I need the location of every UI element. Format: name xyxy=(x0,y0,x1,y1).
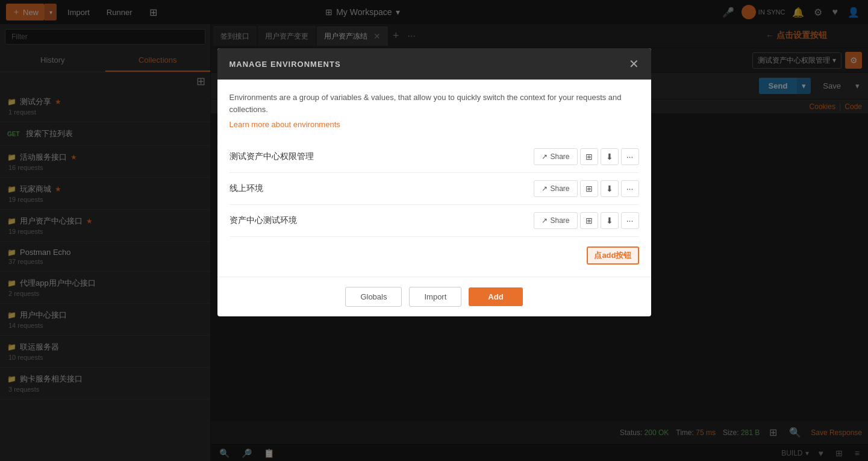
env-name-1: 线上环境 xyxy=(229,183,263,194)
add-hint-label: 点add按钮 xyxy=(594,243,631,267)
modal-header: MANAGE ENVIRONMENTS ✕ xyxy=(217,48,651,80)
env-item-0: 测试资产中心权限管理 ↗ Share ⊞ ⬇ ··· xyxy=(229,141,639,173)
modal-close-button[interactable]: ✕ xyxy=(629,57,639,71)
env-list: 测试资产中心权限管理 ↗ Share ⊞ ⬇ ··· 线上环境 xyxy=(229,141,639,237)
env-actions-2: ↗ Share ⊞ ⬇ ··· xyxy=(534,212,639,229)
env-more-button-2[interactable]: ··· xyxy=(621,212,639,229)
env-download-button-2[interactable]: ⬇ xyxy=(601,212,619,229)
import-button-modal[interactable]: Import xyxy=(409,287,461,307)
env-actions-1: ↗ Share ⊞ ⬇ ··· xyxy=(534,180,639,197)
manage-environments-modal: MANAGE ENVIRONMENTS ✕ Environments are a… xyxy=(217,48,651,316)
env-name-0: 测试资产中心权限管理 xyxy=(229,151,314,162)
env-actions-0: ↗ Share ⊞ ⬇ ··· xyxy=(534,148,639,165)
env-more-button-1[interactable]: ··· xyxy=(621,180,639,197)
env-copy-button-1[interactable]: ⊞ xyxy=(580,180,598,197)
modal-body: Environments are a group of variables & … xyxy=(217,80,651,277)
env-copy-button-2[interactable]: ⊞ xyxy=(580,212,598,229)
share-icon-2: ↗ xyxy=(542,216,548,225)
env-name-2: 资产中心测试环境 xyxy=(229,215,297,226)
modal-footer: Globals Import Add xyxy=(217,277,651,316)
modal-title: MANAGE ENVIRONMENTS xyxy=(229,60,341,69)
globals-button[interactable]: Globals xyxy=(345,287,402,307)
env-copy-button-0[interactable]: ⊞ xyxy=(580,148,598,165)
modal-overlay: MANAGE ENVIRONMENTS ✕ Environments are a… xyxy=(0,0,868,461)
env-share-button-1[interactable]: ↗ Share xyxy=(534,180,577,197)
learn-more-link[interactable]: Learn more about environments xyxy=(229,120,639,129)
env-item-2: 资产中心测试环境 ↗ Share ⊞ ⬇ ··· xyxy=(229,205,639,237)
env-download-button-1[interactable]: ⬇ xyxy=(601,180,619,197)
modal-description: Environments are a group of variables & … xyxy=(229,92,639,115)
env-download-button-0[interactable]: ⬇ xyxy=(601,148,619,165)
share-icon-0: ↗ xyxy=(542,152,548,161)
add-environment-button[interactable]: Add xyxy=(469,287,522,306)
env-share-button-2[interactable]: ↗ Share xyxy=(534,212,577,229)
env-more-button-0[interactable]: ··· xyxy=(621,148,639,165)
env-item-1: 线上环境 ↗ Share ⊞ ⬇ ··· xyxy=(229,173,639,205)
share-icon-1: ↗ xyxy=(542,184,548,193)
env-share-button-0[interactable]: ↗ Share xyxy=(534,148,577,165)
